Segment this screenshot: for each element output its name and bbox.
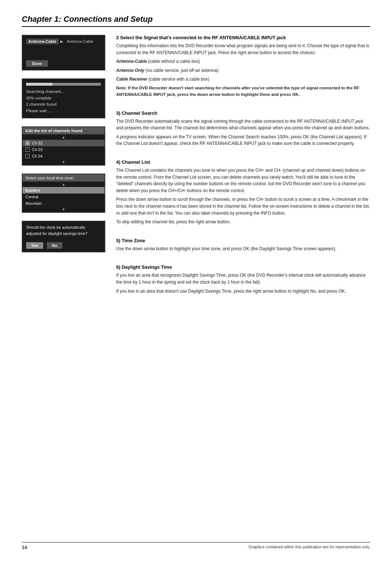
timezone-central[interactable]: Central — [23, 194, 105, 200]
dst-yes-button[interactable]: Yes — [26, 242, 43, 249]
section5-title: 5) Time Zone — [116, 238, 370, 243]
ch03-checkbox — [25, 147, 30, 152]
section-2: 2 Select the Signal that's connected to … — [116, 35, 370, 100]
section2-title: 2 Select the Signal that's connected to … — [116, 35, 370, 40]
progress-bar — [26, 83, 101, 86]
progress-text3: 2 channels found — [26, 101, 101, 108]
section3-body2: A progress indicator appears on the TV s… — [116, 134, 370, 147]
channel-item-ch04[interactable]: Ch 04 — [23, 153, 105, 159]
screen1-value: Antenna-Cable — [67, 39, 93, 44]
channel-item-ch03[interactable]: Ch 03 — [23, 146, 105, 153]
ch02-label: Ch 02 — [32, 141, 42, 145]
section4-body1: The Channel List contains the channels y… — [116, 167, 370, 194]
section2-option1: Antenna-Cable (cable without a cable box… — [116, 58, 370, 65]
done-button[interactable]: Done — [26, 60, 48, 67]
progress-text4: Please wait...... — [26, 108, 101, 114]
section4-body3: To skip editing the channel list, press … — [116, 219, 370, 225]
section-4: 4) Channel List The Channel List contain… — [116, 159, 370, 228]
timezone-screen: Select your local time zone: ▲ Eastern C… — [22, 174, 105, 213]
footer-note: Graphics contained within this publicati… — [249, 545, 370, 550]
section2-option3: Cable Receiver (cable service with a cab… — [116, 76, 370, 83]
chapter-title: Chapter 1: Connections and Setup — [22, 15, 370, 27]
ch04-label: Ch 04 — [32, 154, 42, 158]
section2-option1-label: Antenna-Cable — [116, 59, 147, 64]
section-5: 5) Time Zone Use the down arrow button t… — [116, 238, 370, 255]
channel-up-arrow: ▲ — [23, 134, 105, 140]
screen1-label: Antenna-Cable — [26, 38, 59, 44]
section6-body2: If you live in an area that doesn't use … — [116, 288, 370, 295]
section4-title: 4) Channel List — [116, 159, 370, 165]
section2-option2-label: Antenna Only — [116, 68, 144, 73]
section6-title: 6) Daylight Savings Time — [116, 264, 370, 270]
channel-screen-title: Edit the list of channels found — [23, 127, 105, 134]
section-6: 6) Daylight Savings Time If you live an … — [116, 264, 370, 297]
footer: 14 Graphics contained within this public… — [22, 542, 370, 550]
section5-body1: Use the down arrow button to highlight y… — [116, 245, 370, 252]
timezone-eastern[interactable]: Eastern — [23, 187, 105, 194]
section2-option2: Antenna Only (no cable service, just off… — [116, 67, 370, 74]
channel-list-screen: Edit the list of channels found ▲ ✓ Ch 0… — [22, 126, 105, 166]
section2-intro: Completing this information lets the DVD… — [116, 42, 370, 56]
antenna-cable-screen: Antenna-Cable ▶ Antenna-Cable Done — [22, 35, 105, 70]
ch04-checkbox — [25, 154, 30, 158]
timezone-mountain[interactable]: Mountain — [23, 200, 105, 207]
progress-text1: Searching channels... — [26, 89, 101, 95]
dst-screen: Should the clock be automatically adjust… — [22, 221, 105, 252]
timezone-up-arrow: ▲ — [23, 182, 105, 187]
ch03-label: Ch 03 — [32, 147, 42, 152]
dst-no-button[interactable]: No — [47, 242, 62, 249]
section2-option1-desc: (cable without a cable box) — [147, 59, 200, 64]
right-column: 2 Select the Signal that's connected to … — [116, 35, 370, 300]
page-number: 14 — [22, 545, 27, 550]
progress-screen: Searching channels... 35% complete 2 cha… — [22, 78, 105, 118]
section6-body1: If you live an area that recognizes Dayl… — [116, 272, 370, 285]
section3-body1: The DVD Recorder automatically scans the… — [116, 118, 370, 131]
section-3: 3) Channel Search The DVD Recorder autom… — [116, 110, 370, 149]
timezone-header: Select your local time zone: — [23, 174, 105, 182]
section2-note: Note: If the DVD Recorder doesn't start … — [116, 85, 370, 98]
ch02-checkbox: ✓ — [25, 141, 30, 145]
section2-option2-desc: (no cable service, just off-air antenna) — [144, 68, 219, 73]
timezone-down-arrow: ▼ — [23, 207, 105, 212]
section2-option3-desc: (cable service with a cable box) — [147, 77, 209, 82]
left-column: Antenna-Cable ▶ Antenna-Cable Done Searc… — [22, 35, 105, 300]
section2-option3-label: Cable Receiver — [116, 77, 147, 82]
channel-item-ch02[interactable]: ✓ Ch 02 — [23, 140, 105, 146]
dst-question: Should the clock be automatically adjust… — [26, 224, 101, 236]
screen1-arrow: ▶ — [60, 39, 63, 44]
section4-body2: Press the down arrow button to scroll th… — [116, 196, 370, 216]
progress-bar-fill — [26, 83, 52, 86]
section3-title: 3) Channel Search — [116, 110, 370, 116]
channel-down-arrow: ▼ — [23, 159, 105, 165]
progress-text2: 35% complete — [26, 95, 101, 102]
